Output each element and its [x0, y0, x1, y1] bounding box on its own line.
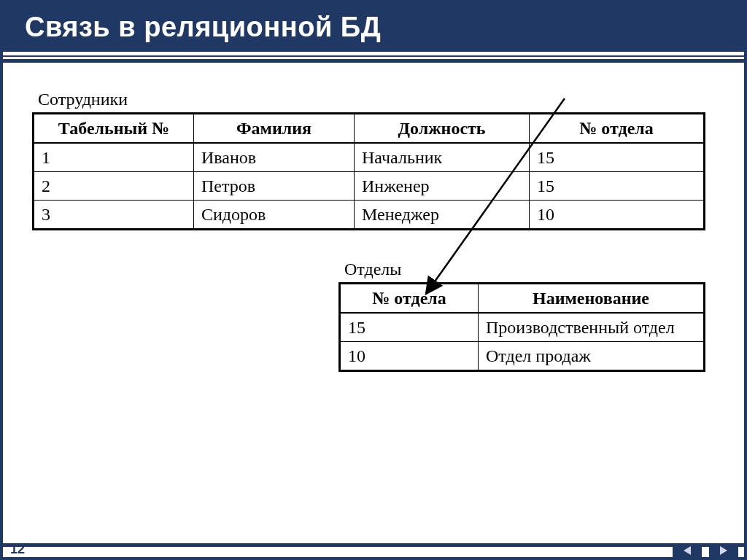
table-cell: Сидоров — [194, 201, 355, 230]
employees-header-row: Табельный № Фамилия Должность № отдела — [34, 114, 705, 144]
table-row: 1 Иванов Начальник 15 — [34, 143, 705, 172]
departments-header-cell: Наименование — [479, 284, 705, 314]
prev-slide-button[interactable] — [673, 544, 702, 557]
table-cell: Инженер — [355, 172, 530, 201]
chevron-left-icon — [684, 546, 691, 555]
table-cell: Производственный отдел — [479, 313, 705, 342]
slide-title: Связь в реляционной БД — [25, 12, 722, 43]
employees-header-cell: № отдела — [530, 114, 705, 144]
table-cell: 1 — [34, 143, 194, 172]
table-cell: Петров — [194, 172, 355, 201]
table-cell: Начальник — [355, 143, 530, 172]
table-cell: 2 — [34, 172, 194, 201]
departments-caption: Отделы — [344, 260, 715, 279]
slide-frame: Связь в реляционной БД Сотрудники Табель… — [0, 0, 747, 560]
table-cell: 15 — [340, 313, 479, 342]
employees-table: Табельный № Фамилия Должность № отдела 1… — [32, 112, 705, 230]
employees-caption: Сотрудники — [38, 90, 715, 109]
table-row: 3 Сидоров Менеджер 10 — [34, 201, 705, 230]
content-area: Сотрудники Табельный № Фамилия Должность… — [3, 68, 744, 372]
footer-rule — [3, 543, 744, 547]
chevron-right-icon — [720, 546, 727, 555]
table-row: 10 Отдел продаж — [340, 342, 705, 371]
departments-header-cell: № отдела — [340, 284, 479, 314]
departments-header-row: № отдела Наименование — [340, 284, 705, 314]
employees-header-cell: Табельный № — [34, 114, 194, 144]
employees-header-cell: Должность — [355, 114, 530, 144]
table-row: 15 Производственный отдел — [340, 313, 705, 342]
table-row: 2 Петров Инженер 15 — [34, 172, 705, 201]
nav-buttons — [673, 544, 738, 557]
employees-header-cell: Фамилия — [194, 114, 355, 144]
table-cell: 10 — [530, 201, 705, 230]
title-band: Связь в реляционной БД — [3, 3, 744, 52]
table-cell: Иванов — [194, 143, 355, 172]
title-rules — [3, 53, 744, 68]
table-cell: 15 — [530, 172, 705, 201]
table-cell: Менеджер — [355, 201, 530, 230]
table-cell: 10 — [340, 342, 479, 371]
page-number: 12 — [10, 542, 25, 557]
table-cell: 3 — [34, 201, 194, 230]
table-cell: 15 — [530, 143, 705, 172]
table-cell: Отдел продаж — [479, 342, 705, 371]
next-slide-button[interactable] — [709, 544, 738, 557]
departments-table: № отдела Наименование 15 Производственны… — [338, 282, 705, 372]
